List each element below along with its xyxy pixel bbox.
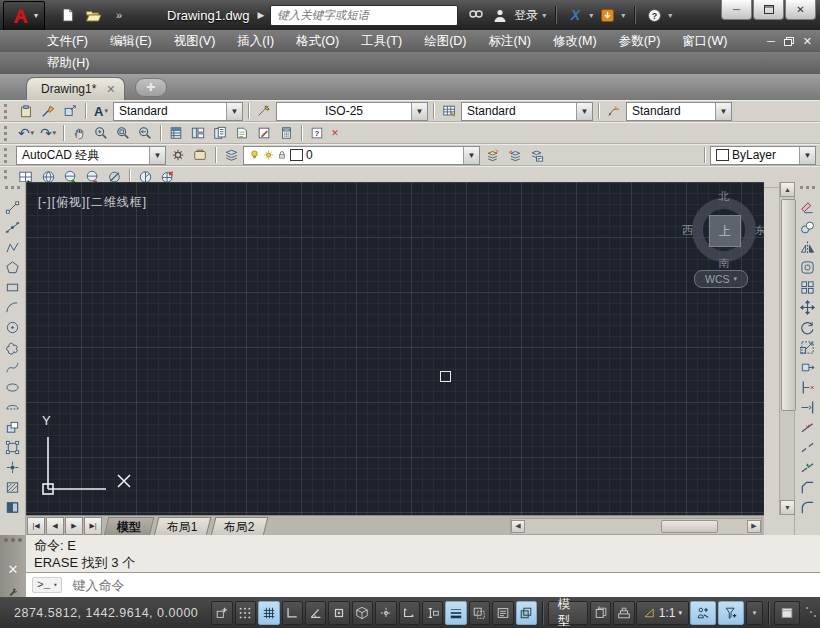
status-toggle-transparency[interactable] <box>469 601 490 625</box>
menu-view[interactable]: 视图(V) <box>163 30 227 52</box>
status-toggle-ortho-mode[interactable] <box>282 601 303 625</box>
title-expand-arrow-icon[interactable]: ▶ <box>257 10 264 20</box>
annotation-scale-button[interactable]: 1:1 ▾ <box>636 601 689 625</box>
layout-tab[interactable]: 模型 <box>104 517 155 536</box>
layer-lock-icon[interactable] <box>277 149 287 161</box>
window-resize-grip[interactable] <box>805 606 818 619</box>
my-workspace-icon[interactable] <box>190 146 210 164</box>
toolbar-close-icon[interactable]: ✕ <box>329 124 341 142</box>
command-close-icon[interactable]: ✕ <box>8 562 19 577</box>
new-file-icon[interactable] <box>57 5 77 25</box>
workspace-combo[interactable]: AutoCAD 经典 ▼ <box>16 146 166 165</box>
command-input[interactable] <box>70 577 820 594</box>
minimize-button[interactable]: ─ <box>721 0 752 20</box>
circle-icon[interactable] <box>2 317 24 337</box>
status-toggle-object-snap-3d[interactable] <box>352 601 373 625</box>
scroll-up-icon[interactable]: ▲ <box>780 182 795 197</box>
rotate-icon[interactable] <box>797 317 819 337</box>
menu-parametric[interactable]: 参数(P) <box>608 30 672 52</box>
toolbar-grip[interactable] <box>5 186 20 194</box>
status-toggle-dynamic-input[interactable] <box>422 601 443 625</box>
search-icon[interactable] <box>466 5 486 25</box>
status-toggle-object-snap[interactable] <box>328 601 349 625</box>
doc-close-button[interactable]: ✕ <box>803 35 812 48</box>
zoom-window-icon[interactable] <box>113 124 133 142</box>
search-box[interactable] <box>270 5 458 26</box>
open-file-icon[interactable] <box>83 5 103 25</box>
table-style-combo[interactable]: Standard ▼ <box>461 102 593 121</box>
text-style-combo[interactable]: Standard ▼ <box>113 102 243 121</box>
menu-edit[interactable]: 编辑(E) <box>99 30 163 52</box>
break-icon[interactable] <box>797 437 819 457</box>
horizontal-scroll-thumb[interactable] <box>661 520 718 533</box>
polygon-icon[interactable] <box>2 257 24 277</box>
tab-next-icon[interactable]: ▶ <box>65 517 83 535</box>
viewcube-south-label[interactable]: 南 <box>719 256 730 271</box>
status-toggle-grid-display[interactable] <box>258 601 279 625</box>
status-toggle-snap-mode[interactable] <box>235 601 256 625</box>
tab-last-icon[interactable]: ▶| <box>84 517 102 535</box>
menu-help[interactable]: 帮助(H) <box>36 52 100 74</box>
vertical-scrollbar[interactable]: ▲ ▼ <box>779 182 794 515</box>
make-object-layer-current-icon[interactable] <box>482 146 502 164</box>
scroll-left-icon[interactable]: ◀ <box>511 520 525 533</box>
combo-arrow-icon[interactable]: ▼ <box>226 103 242 120</box>
doc-restore-button[interactable] <box>784 37 794 46</box>
point-icon[interactable] <box>2 457 24 477</box>
trim-icon[interactable] <box>797 377 819 397</box>
zoom-realtime-icon[interactable] <box>91 124 111 142</box>
gradient-icon[interactable] <box>2 497 24 517</box>
sheet-set-manager-icon[interactable] <box>232 124 252 142</box>
redo-icon[interactable]: ↷▾ <box>38 124 58 142</box>
status-toggle-selection-cycling[interactable] <box>516 601 537 625</box>
quick-view-layouts-icon[interactable] <box>590 601 611 625</box>
wcs-dropdown[interactable]: WCS▾ <box>694 270 748 288</box>
hatch-icon[interactable] <box>2 477 24 497</box>
offset-icon[interactable] <box>797 257 819 277</box>
quick-view-drawings-icon[interactable] <box>613 601 634 625</box>
menu-tools[interactable]: 工具(T) <box>350 30 413 52</box>
mirror-icon[interactable] <box>797 237 819 257</box>
menu-window[interactable]: 窗口(W) <box>671 30 738 52</box>
file-tab-close-icon[interactable]: ✕ <box>106 83 115 96</box>
vertical-scroll-thumb[interactable] <box>781 199 796 411</box>
toolbar-grip[interactable] <box>800 186 815 194</box>
annotation-menu-arrow-icon[interactable]: ▾ <box>746 601 763 625</box>
tab-prev-icon[interactable]: ◀ <box>46 517 64 535</box>
mleader-style-combo[interactable]: Standard ▼ <box>626 102 732 121</box>
viewcube-north-label[interactable]: 北 <box>719 189 730 204</box>
sign-in-arrow-icon[interactable]: ▾ <box>542 11 546 20</box>
command-window-grip[interactable] <box>4 538 22 546</box>
scroll-down-icon[interactable]: ▼ <box>780 500 795 515</box>
insert-block-icon[interactable] <box>2 417 24 437</box>
layout-tab[interactable]: 布局1 <box>154 517 211 536</box>
paste-icon[interactable] <box>16 102 36 120</box>
layer-on-bulb-icon[interactable] <box>249 149 260 161</box>
layout-tab[interactable]: 布局2 <box>210 517 267 536</box>
layer-properties-icon[interactable] <box>221 146 241 164</box>
properties-palette-icon[interactable] <box>166 124 186 142</box>
status-toggle-polar-tracking[interactable] <box>305 601 326 625</box>
menu-modify[interactable]: 修改(M) <box>542 30 608 52</box>
menu-format[interactable]: 格式(O) <box>285 30 350 52</box>
scale-icon[interactable] <box>797 337 819 357</box>
chamfer-icon[interactable] <box>797 477 819 497</box>
fillet-icon[interactable] <box>797 497 819 517</box>
design-center-icon[interactable] <box>188 124 208 142</box>
sign-in-button[interactable]: 登录 <box>514 7 538 24</box>
markup-set-manager-icon[interactable] <box>254 124 274 142</box>
application-menu-button[interactable]: ▾ <box>3 1 45 31</box>
polyline-icon[interactable] <box>2 237 24 257</box>
layer-color-swatch[interactable] <box>290 149 303 161</box>
menu-insert[interactable]: 插入(I) <box>226 30 285 52</box>
layer-previous-icon[interactable] <box>504 146 524 164</box>
undo-icon[interactable]: ↶▾ <box>16 124 36 142</box>
help-icon[interactable]: ? <box>644 5 664 25</box>
line-icon[interactable] <box>2 197 24 217</box>
rectangle-icon[interactable] <box>2 277 24 297</box>
stretch-icon[interactable] <box>797 357 819 377</box>
status-toggle-annotation-autoscale[interactable] <box>718 601 744 625</box>
clean-screen-icon[interactable] <box>774 601 800 625</box>
join-icon[interactable] <box>797 457 819 477</box>
pan-icon[interactable] <box>69 124 89 142</box>
